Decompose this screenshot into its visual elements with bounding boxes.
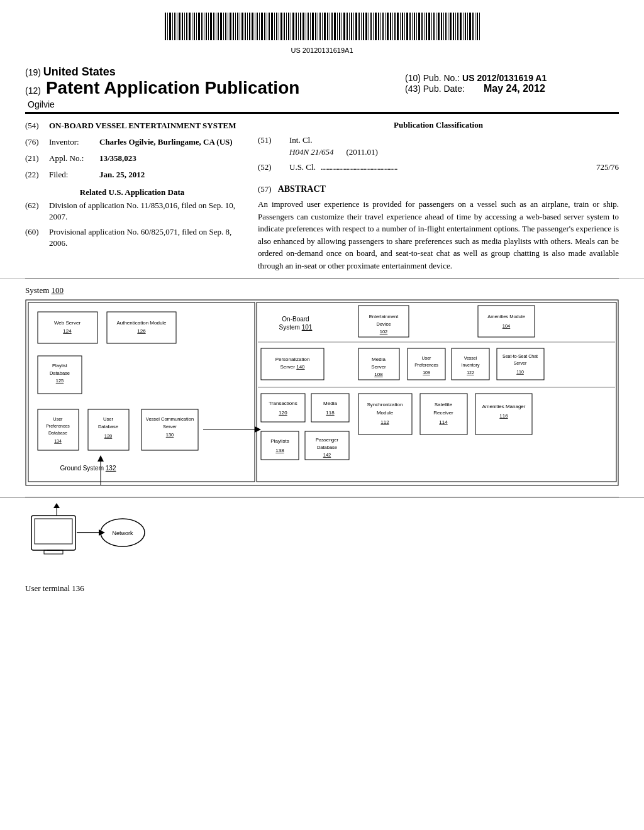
svg-rect-3	[172, 13, 173, 40]
svg-rect-0	[165, 13, 166, 40]
pub-no-label: (10) Pub. No.:	[405, 73, 460, 83]
svg-rect-61	[312, 13, 314, 40]
svg-rect-19	[210, 13, 212, 40]
svg-rect-89	[380, 13, 381, 40]
svg-text:Satellite: Satellite	[435, 402, 453, 407]
svg-rect-112	[436, 13, 436, 40]
svg-text:Server 140: Server 140	[280, 364, 305, 370]
inventor-num: (76)	[25, 136, 49, 148]
svg-text:Media: Media	[372, 357, 386, 362]
svg-text:128: 128	[104, 433, 113, 439]
system-number: 100	[52, 285, 64, 295]
svg-rect-69	[331, 13, 333, 40]
svg-rect-63	[318, 13, 318, 40]
svg-rect-73	[341, 13, 342, 40]
int-cl-row: (51) Int. Cl. H04N 21/654 (2011.01)	[258, 134, 619, 158]
svg-rect-2	[169, 13, 171, 40]
country-num: (19)	[25, 67, 41, 77]
related-60-row: (60) Provisional application No. 60/825,…	[25, 226, 239, 249]
diagram-area: System 100 Ground System 132 Web Server …	[0, 279, 644, 497]
svg-text:Database: Database	[317, 445, 337, 450]
svg-rect-115	[443, 13, 444, 40]
svg-text:142: 142	[323, 452, 331, 458]
svg-rect-72	[339, 13, 340, 40]
svg-rect-85	[370, 13, 372, 40]
svg-rect-166	[478, 306, 535, 337]
system-label: System 100	[25, 285, 619, 296]
abstract-title: ABSTRACT	[278, 184, 326, 194]
pub-no-line: (10) Pub. No.: US 2012/0131619 A1	[405, 73, 619, 83]
svg-rect-108	[426, 13, 427, 40]
svg-rect-17	[206, 13, 207, 40]
svg-rect-10	[189, 13, 191, 40]
terminal-diagram: Network	[25, 503, 214, 578]
svg-text:118: 118	[326, 410, 335, 416]
svg-rect-153	[142, 409, 198, 450]
svg-rect-117	[448, 13, 448, 40]
filed-row: (22) Filed: Jan. 25, 2012	[25, 169, 239, 180]
svg-text:System 101: System 101	[279, 324, 313, 331]
us-cl-row: (52) U.S. Cl. ..........................…	[258, 161, 619, 174]
svg-rect-67	[327, 13, 328, 40]
svg-rect-119	[453, 13, 454, 40]
svg-text:Amenities Module: Amenities Module	[487, 314, 525, 319]
svg-rect-13	[196, 13, 197, 40]
svg-rect-190	[261, 394, 305, 422]
svg-text:Personalization: Personalization	[275, 357, 310, 362]
svg-text:116: 116	[499, 413, 508, 419]
svg-text:134: 134	[54, 439, 62, 443]
svg-rect-42	[267, 13, 267, 40]
svg-marker-225	[53, 503, 60, 508]
pub-date-value: May 24, 2012	[484, 83, 545, 94]
inventor-surname: Ogilvie	[28, 99, 405, 109]
type-num: (12)	[25, 86, 41, 96]
title-row: (54) ON-BOARD VESSEL ENTERTAINMENT SYSTE…	[25, 120, 239, 131]
svg-text:Playlist: Playlist	[52, 363, 68, 368]
svg-marker-158	[97, 455, 104, 462]
svg-text:114: 114	[439, 419, 448, 425]
svg-rect-103	[414, 13, 415, 40]
svg-text:122: 122	[467, 370, 474, 375]
svg-text:Ground System 132: Ground System 132	[60, 465, 116, 472]
svg-rect-77	[351, 13, 352, 40]
svg-rect-129	[477, 13, 478, 40]
svg-text:Web Server: Web Server	[54, 320, 80, 326]
svg-rect-92	[387, 13, 389, 40]
svg-rect-105	[418, 13, 420, 40]
svg-text:112: 112	[380, 419, 389, 425]
svg-text:110: 110	[516, 370, 524, 374]
svg-text:Database: Database	[48, 431, 67, 435]
svg-text:Synchronization: Synchronization	[367, 402, 403, 407]
svg-rect-48	[280, 13, 282, 40]
svg-rect-27	[230, 13, 231, 40]
svg-rect-96	[397, 13, 399, 40]
svg-rect-126	[469, 13, 471, 40]
svg-rect-120	[455, 13, 456, 40]
svg-rect-98	[402, 13, 403, 40]
int-cl-values: H04N 21/654 (2011.01)	[289, 146, 619, 158]
filed-num: (22)	[25, 169, 49, 180]
svg-rect-43	[269, 13, 270, 40]
svg-rect-44	[271, 13, 273, 40]
svg-rect-62	[315, 13, 316, 40]
svg-rect-64	[319, 13, 321, 40]
svg-rect-55	[298, 13, 299, 40]
header-top-row: (19) United States (12) Patent Applicati…	[25, 65, 619, 114]
svg-text:On-Board: On-Board	[282, 316, 309, 323]
svg-text:Vessel Communication: Vessel Communication	[146, 416, 194, 422]
abstract-header: (57) ABSTRACT	[258, 178, 619, 198]
svg-rect-29	[235, 13, 236, 40]
svg-rect-137	[107, 312, 176, 343]
appl-value: 13/358,023	[99, 153, 239, 164]
svg-rect-219	[44, 550, 63, 554]
related-62-row: (62) Division of application No. 11/853,…	[25, 200, 239, 223]
abstract-text: An improved user experience is provided …	[258, 198, 619, 272]
svg-text:Preferences: Preferences	[414, 363, 438, 367]
svg-rect-41	[264, 13, 265, 40]
svg-rect-134	[38, 312, 97, 343]
inventor-row: (76) Inventor: Charles Ogilvie, Burlinga…	[25, 136, 239, 148]
svg-text:User: User	[53, 417, 63, 421]
svg-rect-101	[409, 13, 411, 40]
svg-rect-90	[382, 13, 384, 40]
svg-rect-54	[296, 13, 297, 40]
